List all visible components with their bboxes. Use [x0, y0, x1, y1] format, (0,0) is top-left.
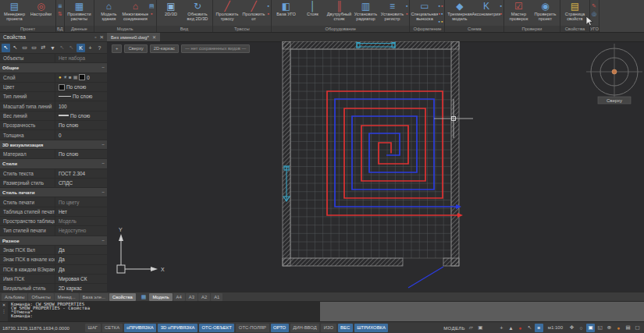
button-two-pipe-riser[interactable]: ║Двутрубный стояк	[326, 0, 352, 22]
view-direction-control[interactable]: Сверху	[124, 44, 147, 53]
floors-icon[interactable]: ▤	[149, 3, 155, 9]
button-riser[interactable]: │Стояк	[300, 0, 326, 16]
toggle-орто[interactable]: ОРТО	[271, 324, 289, 332]
property-row[interactable]: Знак ПСК в начале коор...Да	[0, 255, 107, 264]
button-check-master[interactable]: ☑Мастер проверок	[506, 0, 532, 22]
toggle-дин-ввод[interactable]: ДИН-ВВОД	[290, 324, 320, 332]
button-register[interactable]: ≡Установить регистр	[379, 0, 405, 22]
pick-point-icon[interactable]: +	[86, 44, 94, 52]
property-row[interactable]: Вес линийПо слою	[0, 112, 107, 121]
property-row[interactable]: Пространство таблицы с...Модель	[0, 217, 107, 226]
button-axonometry[interactable]: KАксонометрия	[473, 0, 499, 16]
annotation-scale[interactable]: м1:100	[548, 325, 563, 330]
toggle-вес[interactable]: ВЕС	[338, 324, 353, 332]
command-console[interactable]: Команда: CW_SHOW_PROPERTIESCW_SHOW_PROPE…	[8, 302, 320, 322]
button-project-manager[interactable]: ▤Менеджер проекта	[2, 0, 27, 22]
crossing-select-icon[interactable]: ▭	[30, 44, 38, 52]
quick-select-icon[interactable]: K	[76, 44, 85, 52]
property-row[interactable]: Размерный стильСПДС	[0, 179, 107, 188]
section-header[interactable]: Стили−	[0, 159, 107, 168]
layout-grid-icon[interactable]: ▦	[141, 294, 147, 300]
button-property-page[interactable]: ▤Страница свойств	[562, 0, 588, 22]
screen-icon[interactable]: ▣	[476, 324, 485, 332]
panel-tab-inactive[interactable]: Альбомы	[2, 293, 27, 301]
button-ugo-base[interactable]: ◧База УГО	[273, 0, 299, 16]
toggle-опривязка[interactable]: оПРИВЯЗКА	[124, 324, 157, 332]
viewport-control-icon[interactable]: +	[112, 44, 122, 53]
property-row[interactable]: Имя ПСКМировая СК	[0, 275, 107, 284]
drawing-canvas[interactable]: Без имени0.dwg* ✕ +Сверху2D-каркас— нет …	[107, 33, 644, 292]
property-row[interactable]: Тип стилей печатиНедоступно	[0, 226, 107, 236]
scheme-gen-icon[interactable]: ▪	[500, 11, 501, 16]
layout-tab[interactable]: А1	[211, 293, 222, 301]
saved-views-control[interactable]: — нет сохраненных видов —	[181, 44, 250, 53]
panel-tab-inactive[interactable]: Менед...	[55, 293, 79, 301]
section-header[interactable]: Общие−	[0, 63, 107, 73]
links-icon[interactable]: ▪	[151, 11, 152, 16]
collapse-icon[interactable]: −	[101, 238, 105, 243]
layout-tab[interactable]: Модель	[149, 293, 172, 301]
select-icon[interactable]: ↖	[2, 44, 10, 52]
property-row[interactable]: Толщина0	[0, 130, 107, 140]
toggle-шаг[interactable]: ШАГ	[85, 324, 101, 332]
pan-icon[interactable]: ✥	[568, 324, 576, 332]
command-close-icon[interactable]: ✕	[2, 303, 6, 307]
lock-icon[interactable]: ■	[69, 75, 72, 80]
collapse-icon[interactable]: −	[101, 190, 105, 195]
select-arrow-icon[interactable]: ↖	[525, 324, 534, 332]
toggle-сетка[interactable]: СЕТКА	[102, 324, 123, 332]
draw-order-icon[interactable]: ▤	[624, 324, 632, 332]
collapse-icon[interactable]: −	[101, 65, 105, 70]
property-row[interactable]: ЦветПо слою	[0, 83, 107, 92]
bulb-icon[interactable]: ●	[59, 75, 62, 80]
close-icon[interactable]: ✕	[99, 34, 104, 41]
button-settings[interactable]: ◎Настройки	[28, 0, 54, 16]
select-add-icon[interactable]: ↖	[11, 44, 20, 52]
button-calculate[interactable]: ▦Произвести расчеты	[66, 0, 92, 22]
property-row[interactable]: МатериалПо слою	[0, 150, 107, 159]
property-row[interactable]: Стиль печатиПо цвету	[0, 197, 107, 207]
rect-select-icon[interactable]: ▭	[20, 44, 29, 52]
button-interfloor[interactable]: ⌂Межэтажные соединения	[123, 0, 148, 22]
layout-tab[interactable]: А2	[198, 293, 210, 301]
cycle-select-icon[interactable]: ⇄	[39, 44, 48, 52]
view-locator[interactable]: Сверху	[586, 44, 642, 104]
table-icon[interactable]: ▪	[438, 11, 439, 16]
property-row[interactable]: Таблица стилей печатиНет	[0, 207, 107, 217]
visual-style-control[interactable]: 2D-каркас	[150, 44, 179, 53]
button-route[interactable]: ╱Проложить трассу	[215, 0, 240, 22]
deselect-icon[interactable]: ↖	[67, 44, 76, 52]
collapse-icon[interactable]: −	[101, 142, 105, 147]
ugo-edit-icon[interactable]: ✎	[592, 3, 596, 9]
toggle-изо[interactable]: ИЗО	[321, 324, 336, 332]
equip-opt-icon[interactable]: ▪	[406, 3, 407, 9]
button-leader[interactable]: ▭Специальная выноска	[411, 0, 437, 22]
property-row[interactable]: Слой●☀■▦0	[0, 73, 107, 83]
equip-add-icon[interactable]: ▪	[406, 11, 407, 16]
document-tab-close-icon[interactable]: ✕	[152, 34, 156, 40]
panel-tab-active[interactable]: Свойства	[109, 293, 136, 301]
layout-tab[interactable]: А4	[173, 293, 185, 301]
printer-icon[interactable]: ▦	[73, 75, 78, 80]
route-opt-icon[interactable]: ▪	[268, 3, 269, 9]
geolocation-icon[interactable]: ●	[614, 324, 623, 332]
frame-icon[interactable]: ▪	[441, 11, 443, 16]
property-row[interactable]: Стиль текстаГОСТ 2.304	[0, 169, 107, 179]
navigate-icon[interactable]: ⊕	[605, 324, 614, 332]
zoom-icon[interactable]: ○	[577, 324, 585, 332]
zoom-window-icon[interactable]: ▣	[586, 324, 595, 332]
button-model-3d[interactable]: ◆Трехмерная модель	[447, 0, 472, 22]
select-all-icon[interactable]: ↖	[58, 44, 66, 52]
db-update-icon[interactable]: ⇅	[58, 11, 62, 16]
section-header[interactable]: Разное−	[0, 236, 107, 246]
marker-icon[interactable]: ▪	[441, 3, 443, 9]
button-building[interactable]: ⌂Модель здания	[96, 0, 122, 22]
property-row[interactable]: Тип линийПо слою	[0, 92, 107, 101]
property-row[interactable]: Знак ПСК ВклДа	[0, 246, 107, 255]
toggle-3d опривязка[interactable]: 3D оПРИВЯЗКА	[158, 324, 197, 332]
button-radiator[interactable]: ▥Установить радиатор	[353, 0, 379, 22]
button-route-from[interactable]: ╱Проложить от	[241, 0, 267, 22]
panel-tab-inactive[interactable]: Объекты	[28, 293, 53, 301]
toggle-отс-объект[interactable]: ОТС-ОБЪЕКТ	[199, 324, 234, 332]
text-icon[interactable]: ▪	[441, 19, 443, 24]
